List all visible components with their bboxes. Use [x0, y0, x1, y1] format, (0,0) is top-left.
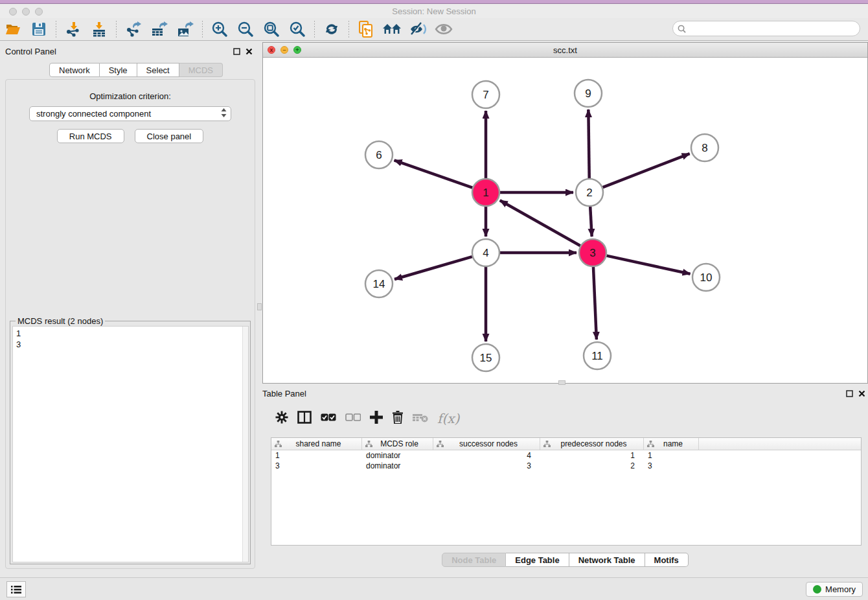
- node-label-10: 10: [700, 271, 713, 284]
- zoom-fit-icon[interactable]: [262, 20, 281, 38]
- import-network-icon[interactable]: [63, 20, 83, 38]
- search-input[interactable]: [689, 23, 860, 34]
- edge-3-11[interactable]: [593, 267, 597, 340]
- import-table-icon[interactable]: [89, 20, 109, 38]
- cell-shared-name[interactable]: 3: [271, 461, 362, 471]
- column-header-mcds-role[interactable]: MCDS role: [362, 438, 433, 450]
- node-label-3: 3: [589, 247, 595, 259]
- close-panel-icon[interactable]: [858, 390, 865, 397]
- table-panel: Table Panel f(x) shared nameMCDS role: [262, 386, 868, 577]
- network-canvas[interactable]: 7968124314101511: [263, 58, 867, 383]
- delete-column-icon[interactable]: [392, 411, 404, 426]
- tab-network-table[interactable]: Network Table: [569, 553, 645, 567]
- memory-button[interactable]: Memory: [806, 582, 863, 597]
- column-header-name[interactable]: name: [644, 438, 699, 450]
- main-toolbar: [0, 18, 868, 41]
- vertical-splitter-grip[interactable]: [257, 303, 262, 310]
- hide-graphics-details-icon[interactable]: [408, 20, 428, 38]
- flat-table-icon: [647, 441, 654, 448]
- column-header-label: name: [654, 439, 698, 448]
- edge-2-8[interactable]: [603, 154, 690, 187]
- open-file-icon[interactable]: [3, 20, 23, 38]
- network-graph[interactable]: 7968124314101511: [263, 58, 867, 383]
- network-window-title: scc.txt: [263, 45, 867, 55]
- column-header-label: successor nodes: [444, 439, 540, 448]
- mcds-result-values: 1 3: [13, 327, 248, 351]
- memory-button-label: Memory: [825, 584, 856, 594]
- optimization-criterion-select[interactable]: strongly connected component: [29, 106, 231, 121]
- node-table[interactable]: shared nameMCDS rolesuccessor nodesprede…: [271, 437, 862, 546]
- tab-edge-table[interactable]: Edge Table: [506, 553, 569, 567]
- table-toolbar: f(x): [270, 405, 860, 432]
- column-header-label: predecessor nodes: [551, 439, 643, 448]
- tab-network[interactable]: Network: [49, 63, 100, 77]
- cell-predecessor-nodes[interactable]: 1: [540, 450, 644, 461]
- tab-motifs[interactable]: Motifs: [645, 553, 689, 567]
- tab-mcds[interactable]: MCDS: [179, 63, 223, 77]
- float-panel-icon[interactable]: [846, 390, 853, 397]
- run-mcds-button[interactable]: Run MCDS: [57, 129, 124, 143]
- export-image-icon[interactable]: [176, 20, 195, 38]
- mcds-result-textarea[interactable]: 1 3: [12, 326, 249, 562]
- gear-icon[interactable]: [275, 411, 288, 426]
- float-panel-icon[interactable]: [233, 48, 240, 55]
- cell-name[interactable]: 3: [644, 461, 699, 471]
- edge-1-6[interactable]: [394, 160, 473, 187]
- cell-successor-nodes[interactable]: 4: [433, 450, 540, 461]
- export-table-icon[interactable]: [150, 20, 169, 38]
- column-header-shared-name[interactable]: shared name: [271, 438, 362, 450]
- toolbar-separator: [202, 21, 203, 38]
- cell-predecessor-nodes[interactable]: 2: [540, 461, 644, 471]
- select-all-checkboxes-icon[interactable]: [321, 413, 336, 424]
- task-history-button[interactable]: [6, 581, 26, 597]
- toolbar-separator: [348, 21, 349, 38]
- edge-3-1[interactable]: [500, 200, 580, 246]
- cell-name[interactable]: 1: [644, 450, 699, 461]
- edge-2-3[interactable]: [590, 207, 591, 237]
- split-pane-icon[interactable]: [297, 411, 312, 426]
- cell-mcds-role[interactable]: dominator: [362, 461, 433, 471]
- apply-layout-icon[interactable]: [322, 20, 341, 38]
- control-panel-title: Control Panel: [5, 47, 56, 56]
- app-title: Session: New Session: [0, 6, 868, 16]
- edge-2-9[interactable]: [588, 110, 589, 178]
- cell-shared-name[interactable]: 1: [271, 450, 362, 461]
- add-column-icon[interactable]: [370, 411, 383, 426]
- search-box[interactable]: [672, 21, 860, 36]
- save-session-icon[interactable]: [29, 20, 49, 38]
- zoom-out-icon[interactable]: [236, 20, 255, 38]
- toolbar-separator: [116, 21, 117, 38]
- network-window-titlebar[interactable]: x – + scc.txt: [263, 43, 867, 58]
- column-header-successor-nodes[interactable]: successor nodes: [433, 438, 540, 450]
- deselect-checkboxes-icon[interactable]: [345, 413, 361, 424]
- tab-style[interactable]: Style: [100, 63, 137, 77]
- network-document-icon[interactable]: [356, 20, 376, 38]
- result-scrollbar[interactable]: [242, 327, 248, 562]
- table-row-1[interactable]: 1dominator411: [271, 450, 861, 461]
- function-builder-icon: f(x): [437, 411, 459, 426]
- cell-successor-nodes[interactable]: 3: [433, 461, 540, 471]
- edge-3-10[interactable]: [606, 256, 690, 274]
- cell-mcds-role[interactable]: dominator: [362, 450, 433, 461]
- table-row-2[interactable]: 3dominator323: [271, 461, 861, 471]
- search-icon: [678, 25, 686, 33]
- home-icon[interactable]: [382, 20, 402, 38]
- flat-table-icon: [365, 441, 372, 448]
- edge-4-14[interactable]: [394, 257, 472, 279]
- tab-select[interactable]: Select: [137, 63, 179, 77]
- close-panel-button[interactable]: Close panel: [135, 129, 204, 143]
- export-network-icon[interactable]: [124, 20, 143, 38]
- tab-node-table[interactable]: Node Table: [442, 553, 506, 567]
- close-panel-icon[interactable]: [246, 48, 253, 55]
- node-label-4: 4: [483, 247, 488, 259]
- column-header-predecessor-nodes[interactable]: predecessor nodes: [540, 438, 644, 450]
- optimization-criterion-label: Optimization criterion:: [6, 91, 255, 101]
- control-panel: Control Panel NetworkStyleSelectMCDS Opt…: [5, 43, 255, 569]
- show-graphics-details-icon[interactable]: [434, 20, 453, 38]
- zoom-in-icon[interactable]: [210, 20, 229, 38]
- horizontal-splitter-grip[interactable]: [558, 380, 565, 385]
- criterion-selected-value: strongly connected component: [36, 109, 151, 119]
- toolbar-separator: [314, 21, 315, 38]
- status-bar: Memory: [0, 577, 868, 600]
- zoom-selected-icon[interactable]: [288, 20, 307, 38]
